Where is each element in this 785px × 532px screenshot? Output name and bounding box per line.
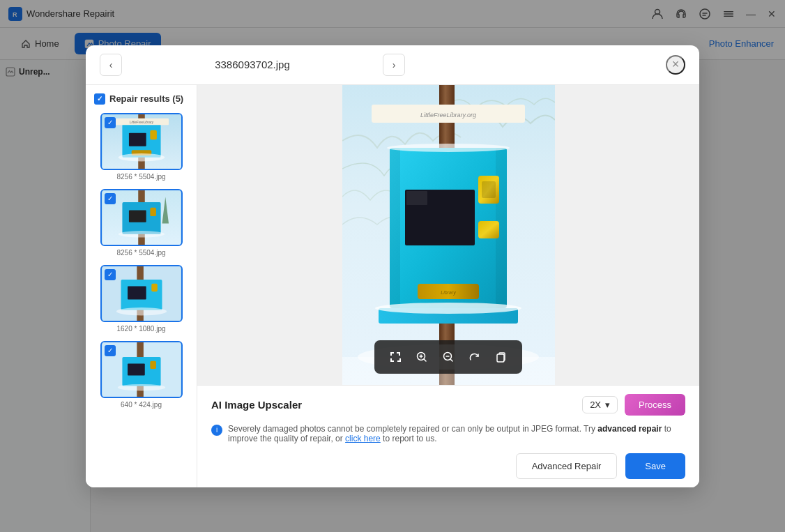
svg-text:Library: Library [441, 290, 456, 296]
thumbnail-4-checkbox: ✓ [105, 345, 116, 356]
modal-filename: 3386093702.jpg [129, 59, 376, 70]
thumbnail-1-label: 8256 * 5504.jpg [116, 173, 165, 181]
scale-select[interactable]: 2X ▾ [582, 396, 618, 413]
svg-rect-22 [150, 207, 156, 215]
svg-rect-13 [150, 130, 157, 139]
modal-main-area: Library [197, 85, 699, 487]
svg-rect-44 [482, 181, 496, 198]
thumbnail-4-wrap: ✓ [100, 341, 183, 398]
save-button[interactable]: Save [625, 453, 685, 479]
thumbnail-4[interactable]: ✓ 640 * 424. [94, 341, 188, 409]
svg-point-23 [118, 231, 165, 238]
svg-text:LittleFreeLibrary.org: LittleFreeLibrary.org [420, 112, 476, 119]
modal-sidebar: ✓ Repair results (5) ✓ [86, 85, 197, 487]
select-all-checkbox[interactable]: ✓ [94, 93, 105, 105]
advanced-repair-button[interactable]: Advanced Repair [516, 453, 618, 479]
thumbnail-3-label: 1620 * 1080.jpg [116, 325, 165, 333]
app-window: R Wondershare Repairit [0, 0, 785, 532]
modal-footer-top: AI Image Upscaler 2X ▾ Process [211, 394, 685, 416]
thumbnail-1-wrap: ✓ [100, 113, 183, 170]
info-text: Severely damaged photos cannot be comple… [228, 424, 685, 443]
modal-footer: AI Image Upscaler 2X ▾ Process i Sever [197, 385, 699, 487]
thumbnail-1-checkbox: ✓ [105, 117, 116, 128]
ai-upscaler-label: AI Image Upscaler [211, 399, 302, 411]
info-icon: i [211, 425, 222, 436]
modal-header: ‹ 3386093702.jpg › × [86, 45, 699, 85]
zoom-out-button[interactable] [436, 344, 461, 370]
next-button[interactable]: › [383, 54, 405, 76]
svg-rect-28 [151, 283, 158, 291]
svg-rect-39 [390, 148, 400, 308]
svg-rect-57 [497, 354, 504, 362]
zoom-in-button[interactable] [409, 344, 434, 370]
thumbnail-3-inner: ✓ [102, 266, 181, 321]
svg-point-49 [375, 303, 521, 314]
rotate-button[interactable] [462, 344, 487, 370]
thumbnail-4-label: 640 * 424.jpg [121, 401, 162, 409]
thumbnail-2-wrap: ✓ [100, 189, 183, 246]
repair-results-label: Repair results (5) [109, 93, 183, 104]
modal-close-button[interactable]: × [666, 55, 685, 75]
copy-button[interactable] [489, 344, 514, 370]
svg-rect-34 [150, 360, 156, 368]
modal-body: ✓ Repair results (5) ✓ [86, 85, 699, 487]
thumbnail-1[interactable]: ✓ [94, 113, 188, 181]
svg-text:LittleFreeLibrary: LittleFreeLibrary [129, 121, 153, 124]
svg-point-15 [118, 153, 165, 161]
modal-footer-actions: Advanced Repair Save [211, 453, 685, 479]
svg-rect-12 [128, 132, 146, 146]
scale-chevron-icon: ▾ [605, 400, 610, 410]
thumbnail-2-checkbox: ✓ [105, 193, 116, 204]
click-here-link[interactable]: click here [345, 434, 381, 443]
fullscreen-button[interactable] [383, 344, 408, 370]
svg-point-29 [116, 307, 166, 314]
modal-overlay: ‹ 3386093702.jpg › × ✓ Repair results (5… [0, 0, 785, 532]
modal-sidebar-header: ✓ Repair results (5) [94, 93, 188, 105]
svg-rect-21 [128, 210, 146, 222]
scale-value: 2X [590, 400, 601, 410]
thumbnail-4-inner: ✓ [102, 342, 181, 397]
modal-dialog: ‹ 3386093702.jpg › × ✓ Repair results (5… [86, 45, 699, 487]
thumbnail-3[interactable]: ✓ 1620 * 108 [94, 265, 188, 333]
thumbnail-2-label: 8256 * 5504.jpg [116, 249, 165, 257]
svg-point-35 [117, 383, 165, 390]
thumbnail-3-checkbox: ✓ [105, 269, 116, 280]
svg-rect-33 [128, 363, 145, 375]
thumbnail-3-wrap: ✓ [100, 265, 183, 322]
svg-rect-42 [406, 191, 427, 205]
advanced-repair-link[interactable]: advanced repair [597, 424, 662, 434]
process-button[interactable]: Process [625, 394, 685, 416]
image-toolbar [374, 340, 522, 374]
modal-image-area: Library [197, 85, 699, 385]
thumbnail-2[interactable]: ✓ [94, 189, 188, 257]
prev-button[interactable]: ‹ [100, 54, 122, 76]
svg-rect-45 [478, 221, 499, 238]
svg-point-50 [387, 144, 510, 152]
modal-footer-info: i Severely damaged photos cannot be comp… [211, 424, 685, 443]
thumbnail-1-inner: ✓ [102, 114, 181, 169]
svg-rect-27 [128, 286, 146, 299]
thumbnail-2-inner: ✓ [102, 190, 181, 245]
